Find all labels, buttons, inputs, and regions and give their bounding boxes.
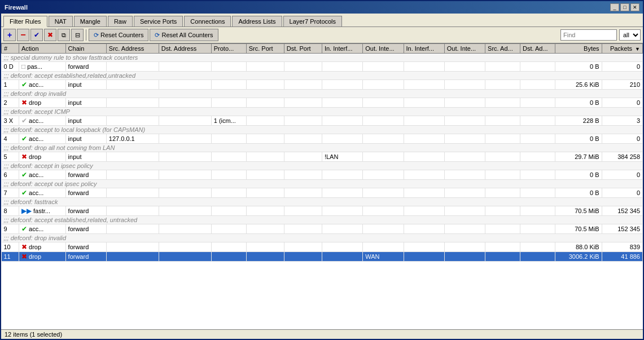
cell-13: [520, 152, 555, 162]
cell-5: [211, 206, 246, 216]
filter-button[interactable]: ⊟: [71, 29, 84, 41]
table-row[interactable]: 9✔ acc...forward70.5 MiB152 345: [2, 224, 643, 234]
minimize-button[interactable]: _: [610, 3, 619, 11]
tab-layer7-protocols[interactable]: Layer7 Protocols: [283, 16, 343, 27]
table-row[interactable]: 3 X✔ acc...input1 (icm...228 B3: [2, 116, 643, 126]
maximize-button[interactable]: □: [620, 3, 629, 11]
col-out-interf2[interactable]: Out. Inte...: [444, 44, 485, 54]
table-row[interactable]: 2✖ dropinput0 B0: [2, 98, 643, 108]
tab-address-lists[interactable]: Address Lists: [232, 16, 282, 27]
cell-8: [322, 116, 362, 126]
cell-4: [159, 62, 211, 72]
col-in-interf[interactable]: In. Interf...: [322, 44, 362, 54]
cell-11: [444, 152, 485, 162]
cell-5: [211, 252, 246, 262]
col-dst-ad[interactable]: Dst. Ad...: [520, 44, 555, 54]
table-row[interactable]: 11✖ dropforwardWAN3006.2 KiB41 886: [2, 252, 643, 262]
cell-4: [159, 242, 211, 252]
fasttrack-icon: ▶▶: [21, 207, 32, 215]
table-row[interactable]: 7✔ acc...forward0 B0: [2, 188, 643, 198]
cell-10: [404, 242, 444, 252]
table-row[interactable]: 4✔ acc...input127.0.0.10 B0: [2, 134, 643, 144]
table-row[interactable]: 5✖ dropinput!LAN29.7 MiB384 258: [2, 152, 643, 162]
cell-11: [444, 252, 485, 262]
col-bytes[interactable]: Bytes: [555, 44, 602, 54]
action-cell: ✔ acc...: [19, 224, 65, 234]
cell-14: 3006.2 KiB: [555, 252, 602, 262]
tab-service-ports[interactable]: Service Ports: [134, 16, 183, 27]
cell-14: 29.7 MiB: [555, 152, 602, 162]
comment-text: ;;; defconf: drop invalid: [2, 234, 643, 242]
col-num[interactable]: #: [2, 44, 19, 54]
col-dst-addr[interactable]: Dst. Address: [159, 44, 211, 54]
cell-5: 1 (icm...: [211, 116, 246, 126]
cell-0: 6: [2, 170, 19, 180]
col-out-interf[interactable]: Out. Inte...: [363, 44, 404, 54]
cell-13: [520, 206, 555, 216]
cell-3: [106, 62, 159, 72]
cell-15: 0: [602, 170, 642, 180]
cell-12: [485, 134, 520, 144]
disable-button[interactable]: ✖: [44, 29, 56, 41]
cell-2: forward: [65, 170, 106, 180]
tab-raw[interactable]: Raw: [108, 16, 133, 27]
col-dst-port[interactable]: Dst. Port: [284, 44, 322, 54]
comment-text: ;;; defconf: accept established,related,…: [2, 216, 643, 224]
find-input[interactable]: [560, 29, 617, 41]
cell-9: WAN: [363, 252, 404, 262]
table-row[interactable]: 1✔ acc...input25.6 KiB210: [2, 80, 643, 90]
cell-0: 3 X: [2, 116, 19, 126]
rules-table: # Action Chain Src. Address Dst. Address…: [1, 43, 643, 262]
action-cell: ✖ drop: [19, 252, 65, 262]
col-src-ad[interactable]: Src. Ad...: [485, 44, 520, 54]
tab-filter-rules[interactable]: Filter Rules: [3, 16, 47, 27]
cell-7: [284, 116, 322, 126]
add-button[interactable]: +: [3, 29, 16, 41]
enable-button[interactable]: ✔: [30, 29, 43, 41]
table-row[interactable]: 0 D□ pas...forward0 B0: [2, 62, 643, 72]
cell-10: [404, 134, 444, 144]
comment-text: ;;; defconf: drop all not coming from LA…: [2, 144, 643, 152]
col-proto[interactable]: Proto...: [211, 44, 246, 54]
action-cell: ✖ drop: [19, 98, 65, 108]
table-row[interactable]: 8▶▶ fastr...forward70.5 MiB152 345: [2, 206, 643, 216]
find-select[interactable]: all: [619, 29, 641, 41]
cell-14: 70.5 MiB: [555, 224, 602, 234]
col-src-addr[interactable]: Src. Address: [106, 44, 159, 54]
col-action[interactable]: Action: [19, 44, 65, 54]
cell-4: [159, 188, 211, 198]
drop-icon: ✖: [21, 253, 27, 260]
col-in-interf2[interactable]: In. Interf...: [404, 44, 444, 54]
comment-row: ;;; defconf: accept ICMP: [2, 108, 643, 116]
copy-button[interactable]: ⧉: [58, 29, 70, 41]
tab-nat[interactable]: NAT: [49, 16, 73, 27]
table-row[interactable]: 10✖ dropforward88.0 KiB839: [2, 242, 643, 252]
col-chain[interactable]: Chain: [65, 44, 106, 54]
cell-2: forward: [65, 252, 106, 262]
cell-2: input: [65, 152, 106, 162]
comment-row: ;;; defconf: drop invalid: [2, 234, 643, 242]
cell-12: [485, 252, 520, 262]
cell-11: [444, 188, 485, 198]
close-button[interactable]: ✕: [630, 3, 639, 11]
cell-14: 25.6 KiB: [555, 80, 602, 90]
comment-row: ;;; defconf: accept established,related,…: [2, 72, 643, 80]
cell-0: 8: [2, 206, 19, 216]
col-packets[interactable]: Packets ▼: [602, 44, 642, 54]
comment-row: ;;; defconf: accept in ipsec policy: [2, 162, 643, 170]
comment-text: ;;; special dummy rule to show fasttrack…: [2, 54, 643, 62]
cell-8: [322, 224, 362, 234]
firewall-window: Firewall _ □ ✕ Filter Rules NAT Mangle R…: [0, 0, 644, 340]
tab-mangle[interactable]: Mangle: [74, 16, 107, 27]
tab-connections[interactable]: Connections: [184, 16, 231, 27]
toolbar-separator: [86, 29, 86, 41]
remove-button[interactable]: −: [17, 29, 29, 41]
reset-counters-button[interactable]: ⟳ Reset Counters: [89, 29, 148, 41]
col-src-port[interactable]: Src. Port: [246, 44, 284, 54]
cell-9: [363, 188, 404, 198]
reset-all-counters-button[interactable]: ⟳ Reset All Counters: [150, 29, 218, 41]
cell-5: [211, 98, 246, 108]
table-row[interactable]: 6✔ acc...forward0 B0: [2, 170, 643, 180]
accept-disabled-icon: ✔: [21, 117, 27, 125]
cell-0: 11: [2, 252, 19, 262]
